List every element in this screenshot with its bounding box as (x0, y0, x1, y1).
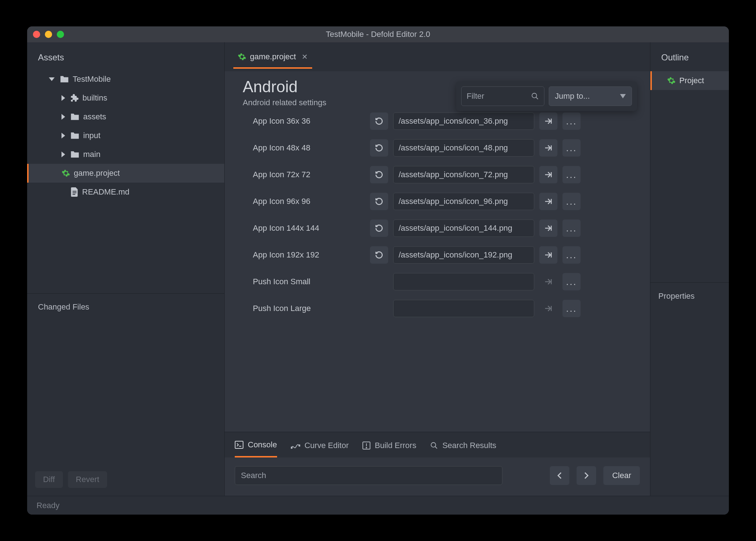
svg-point-11 (431, 443, 436, 447)
tab-curve-editor[interactable]: Curve Editor (291, 440, 349, 457)
outline-item-project[interactable]: Project (650, 71, 729, 90)
close-window-button[interactable] (33, 31, 40, 38)
left-panel: Assets TestMobile builtins (27, 42, 225, 496)
outline-item-label: Project (679, 76, 704, 85)
reset-button[interactable] (370, 112, 388, 130)
svg-point-3 (532, 93, 537, 98)
gear-icon (61, 169, 70, 178)
next-button[interactable] (577, 466, 596, 485)
goto-button[interactable] (539, 166, 557, 183)
tab-game-project[interactable]: game.project ✕ (233, 45, 312, 69)
path-input[interactable]: /assets/app_icons/icon_144.png (393, 220, 534, 237)
tab-console[interactable]: Console (235, 440, 277, 457)
tree-label: main (83, 150, 101, 159)
changed-files-header: Changed Files (38, 302, 213, 312)
chevron-left-icon (557, 472, 562, 479)
chevron-right-icon (61, 95, 65, 101)
bottom-tabs: Console Curve Editor Build Errors Search… (225, 432, 650, 457)
path-input[interactable]: /assets/app_icons/icon_72.png (393, 166, 534, 183)
clear-button[interactable]: Clear (603, 466, 640, 485)
outline-header: Outline (650, 42, 729, 70)
reset-button[interactable] (370, 139, 388, 157)
goto-button[interactable] (539, 193, 557, 210)
properties-header: Properties (658, 291, 721, 301)
properties-panel: Properties (650, 282, 729, 496)
bottom-panel: Console Curve Editor Build Errors Search… (225, 432, 650, 496)
tree-folder-builtins[interactable]: builtins (34, 89, 224, 107)
settings-row: App Icon 96x 96/assets/app_icons/icon_96… (253, 193, 636, 210)
tree-folder-assets[interactable]: assets (34, 107, 224, 126)
goto-icon (544, 144, 552, 152)
tree-label: README.md (82, 187, 129, 197)
reset-button[interactable] (370, 220, 388, 237)
diff-button[interactable]: Diff (35, 471, 63, 488)
gear-icon (238, 52, 246, 61)
path-input[interactable]: /assets/app_icons/icon_36.png (393, 112, 534, 130)
svg-rect-5 (235, 441, 243, 448)
reset-button[interactable] (370, 193, 388, 210)
svg-line-4 (536, 97, 538, 99)
browse-button[interactable]: ... (562, 300, 581, 317)
chevron-right-icon (61, 114, 65, 120)
settings-row: Push Icon Small... (253, 273, 636, 290)
path-input[interactable]: /assets/app_icons/icon_48.png (393, 139, 534, 157)
path-input[interactable] (393, 273, 534, 290)
goto-button[interactable] (539, 300, 557, 317)
changed-files-panel: Changed Files Diff Revert (27, 293, 224, 496)
goto-button[interactable] (539, 112, 557, 130)
tree-root[interactable]: TestMobile (34, 70, 224, 89)
goto-button[interactable] (539, 246, 557, 264)
svg-rect-2 (73, 194, 76, 195)
zoom-window-button[interactable] (57, 31, 64, 38)
close-icon[interactable]: ✕ (302, 52, 308, 61)
path-input[interactable]: /assets/app_icons/icon_192.png (393, 246, 534, 264)
path-input[interactable]: /assets/app_icons/icon_96.png (393, 193, 534, 210)
settings-row: App Icon 144x 144/assets/app_icons/icon_… (253, 220, 636, 237)
chevron-down-icon (49, 77, 55, 81)
console-search-input[interactable]: Search (235, 466, 502, 485)
goto-button[interactable] (539, 220, 557, 237)
chevron-right-icon (584, 472, 589, 479)
search-icon (430, 442, 438, 450)
tab-search-results[interactable]: Search Results (430, 440, 496, 457)
window-controls (33, 31, 64, 38)
goto-button[interactable] (539, 273, 557, 290)
row-label: Push Icon Small (253, 277, 365, 286)
browse-button[interactable]: ... (562, 246, 581, 264)
browse-button[interactable]: ... (562, 139, 581, 157)
tree-file-game-project[interactable]: game.project (27, 164, 224, 183)
reset-button[interactable] (370, 246, 388, 264)
chevron-right-icon (61, 152, 65, 157)
prev-button[interactable] (550, 466, 569, 485)
settings-row: App Icon 48x 48/assets/app_icons/icon_48… (253, 139, 636, 157)
tree-folder-input[interactable]: input (34, 126, 224, 145)
assets-tree: TestMobile builtins assets (27, 70, 224, 293)
browse-button[interactable]: ... (562, 193, 581, 210)
goto-icon (544, 225, 552, 232)
tree-folder-main[interactable]: main (34, 145, 224, 164)
filter-input[interactable]: Filter (461, 86, 544, 106)
minimize-window-button[interactable] (45, 31, 52, 38)
browse-button[interactable]: ... (562, 112, 581, 130)
revert-button[interactable]: Revert (68, 471, 107, 488)
browse-button[interactable]: ... (562, 273, 581, 290)
svg-line-12 (435, 447, 437, 449)
row-label: App Icon 144x 144 (253, 223, 365, 233)
svg-rect-1 (73, 192, 77, 193)
browse-button[interactable]: ... (562, 166, 581, 183)
tab-label: Console (248, 440, 277, 450)
jumpto-dropdown[interactable]: Jump to... (549, 86, 632, 106)
folder-icon (70, 132, 80, 140)
center-panel: game.project ✕ Android Android related s… (225, 42, 650, 496)
folder-icon (60, 75, 69, 83)
console-body: Search Clear (225, 457, 650, 496)
goto-button[interactable] (539, 139, 557, 157)
tab-build-errors[interactable]: Build Errors (362, 440, 416, 457)
tree-file-readme[interactable]: README.md (34, 183, 224, 201)
undo-icon (374, 197, 384, 206)
browse-button[interactable]: ... (562, 220, 581, 237)
chevron-right-icon (61, 133, 65, 139)
reset-button[interactable] (370, 166, 388, 183)
path-input[interactable] (393, 300, 534, 317)
filter-placeholder: Filter (467, 91, 531, 101)
